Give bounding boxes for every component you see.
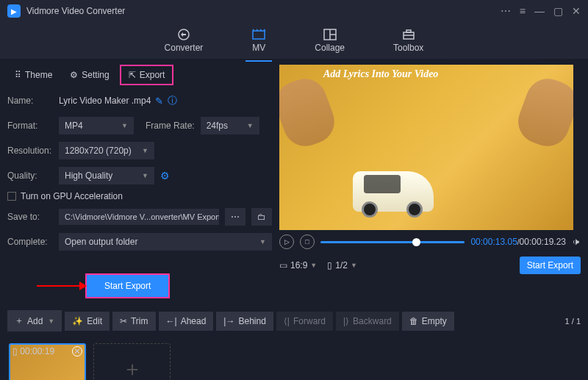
clip-thumbnail[interactable]: ▯ 00:00:19 ✕ ▷ 🔇 ✦ ✂ [9, 343, 86, 380]
forward-icon: ⟨| [284, 316, 290, 326]
select-value: MP4 [65, 121, 83, 131]
chevron-down-icon: ▼ [121, 122, 128, 129]
nav-label: Converter [165, 43, 204, 53]
resolution-select[interactable]: 1280x720 (720p)▼ [59, 142, 154, 159]
trim-button[interactable]: ✂Trim [112, 312, 156, 331]
browse-button[interactable]: ⋯ [225, 208, 245, 226]
btn-label: Behind [238, 316, 265, 326]
aspect-value: 16:9 [290, 260, 307, 270]
clip-icon: ▯ [327, 260, 332, 270]
btn-label: Edit [87, 316, 102, 326]
chevron-down-icon: ▼ [247, 122, 254, 129]
nav-label: Collage [315, 43, 345, 53]
close-icon[interactable]: ✕ [572, 5, 581, 17]
quality-select[interactable]: High Quality▼ [59, 167, 154, 184]
clip-value: 1/2 [335, 260, 348, 270]
btn-label: Trim [131, 316, 148, 326]
nav-label: Toolbox [393, 43, 423, 53]
minimize-icon[interactable]: — [534, 5, 545, 17]
nav-mv[interactable]: MV [245, 25, 272, 56]
open-folder-button[interactable]: 🗀 [251, 208, 272, 226]
chevron-down-icon: ▼ [351, 262, 357, 269]
backward-button[interactable]: |⟩Backward [336, 312, 399, 331]
gpu-checkbox[interactable] [7, 192, 16, 201]
preview-graphic [512, 73, 573, 153]
empty-button[interactable]: 🗑Empty [402, 312, 454, 331]
btn-label: Ahead [181, 316, 207, 326]
annotation-arrow [37, 285, 81, 287]
play-button[interactable]: ▷ [279, 234, 294, 249]
feedback-icon[interactable]: ⋯ [501, 5, 511, 17]
remove-clip-icon[interactable]: ✕ [72, 346, 82, 356]
tab-label: Setting [82, 70, 109, 80]
menu-icon[interactable]: ≡ [520, 5, 526, 17]
add-button[interactable]: ＋Add▼ [7, 310, 62, 331]
tab-label: Theme [25, 70, 52, 80]
mv-icon [251, 28, 266, 41]
aspect-ratio-select[interactable]: ▭16:9▼ [279, 260, 317, 270]
stop-button[interactable]: □ [300, 234, 315, 249]
titlebar: ▶ Vidmore Video Converter ⋯ ≡ — ▢ ✕ [0, 0, 588, 22]
saveto-path[interactable]: C:\Vidmore\Vidmore V...onverter\MV Expor… [59, 209, 219, 225]
select-value: 24fps [207, 121, 228, 131]
select-value: 1280x720 (720p) [65, 146, 132, 156]
format-select[interactable]: MP4▼ [59, 117, 134, 135]
name-value: Lyric Video Maker .mp4 [59, 96, 151, 106]
preview-overlay-text: Add Lyrics Into Your Video [323, 68, 438, 80]
right-panel: Add Lyrics Into Your Video ▷ □ 00:00:13.… [279, 65, 581, 298]
converter-icon [176, 28, 191, 41]
tab-theme[interactable]: ⠿Theme [7, 65, 60, 85]
preview-graphic [279, 73, 340, 153]
theme-icon: ⠿ [15, 70, 21, 80]
clip-number-select[interactable]: ▯1/2▼ [327, 260, 357, 270]
edit-icon[interactable]: ✎ [155, 96, 163, 107]
framerate-select[interactable]: 24fps▼ [201, 117, 259, 135]
resolution-label: Resolution: [7, 146, 53, 156]
chevron-down-icon: ▼ [48, 318, 54, 325]
export-icon: ⇱ [129, 70, 136, 80]
nav-label: MV [252, 43, 265, 53]
timeline: ▯ 00:00:19 ✕ ▷ 🔇 ✦ ✂ ＋ [0, 337, 588, 380]
maximize-icon[interactable]: ▢ [553, 5, 563, 17]
tab-setting[interactable]: ⚙Setting [62, 65, 116, 85]
tab-label: Export [140, 70, 165, 80]
complete-select[interactable]: Open output folder▼ [59, 233, 272, 251]
video-preview[interactable]: Add Lyrics Into Your Video [279, 65, 573, 230]
plus-icon: ＋ [15, 315, 24, 327]
start-export-button[interactable]: Start Export [85, 273, 170, 298]
chevron-down-icon: ▼ [310, 262, 317, 269]
wand-icon: ✨ [72, 316, 83, 326]
ahead-button[interactable]: ←|Ahead [159, 312, 214, 331]
select-value: High Quality [65, 171, 112, 181]
btn-label: Forward [293, 316, 326, 326]
complete-label: Complete: [7, 237, 53, 247]
select-value: Open output folder [65, 237, 137, 247]
clip-toolbar: ＋Add▼ ✨Edit ✂Trim ←|Ahead |→Behind ⟨|For… [0, 304, 588, 337]
behind-button[interactable]: |→Behind [216, 312, 273, 331]
volume-icon[interactable]: 🕩 [572, 237, 581, 247]
aspect-icon: ▭ [279, 260, 287, 270]
tab-export[interactable]: ⇱Export [120, 65, 174, 85]
info-icon[interactable]: ⓘ [168, 94, 177, 107]
forward-button[interactable]: ⟨|Forward [276, 312, 333, 331]
ahead-icon: ←| [166, 316, 177, 326]
backward-icon: |⟩ [343, 316, 349, 326]
page-indicator: 1 / 1 [565, 317, 581, 326]
name-label: Name: [7, 96, 53, 106]
progress-bar[interactable] [320, 241, 465, 243]
nav-converter[interactable]: Converter [159, 25, 209, 56]
edit-button[interactable]: ✨Edit [65, 312, 110, 331]
clip-duration: ▯ 00:00:19 [12, 346, 54, 356]
btn-label: Backward [353, 316, 392, 326]
btn-label: Empty [422, 316, 447, 326]
chevron-down-icon: ▼ [142, 172, 148, 179]
nav-collage[interactable]: Collage [309, 25, 351, 56]
add-clip-button[interactable]: ＋ [93, 343, 171, 380]
quality-settings-icon[interactable]: ⚙ [160, 170, 170, 182]
chevron-down-icon: ▼ [259, 238, 266, 245]
nav-toolbox[interactable]: Toolbox [387, 25, 429, 56]
start-export-button-small[interactable]: Start Export [520, 257, 581, 274]
quality-label: Quality: [7, 171, 53, 181]
collage-icon [323, 28, 337, 41]
trash-icon: 🗑 [409, 316, 418, 326]
